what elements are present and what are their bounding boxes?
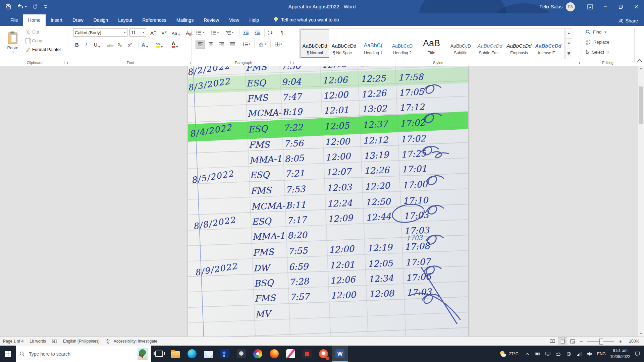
accessibility-status[interactable]: Accessibility: Investigate — [113, 337, 160, 346]
highlight-color-button[interactable]: ab — [156, 40, 163, 48]
undo-icon[interactable] — [17, 4, 27, 10]
sort-button[interactable]: AZ — [266, 28, 275, 37]
numbering-button[interactable]: 123 — [211, 28, 219, 37]
clear-formatting-button[interactable]: A — [186, 28, 189, 37]
tab-help[interactable]: Help — [244, 14, 264, 26]
shading-button[interactable] — [257, 40, 268, 48]
show-paragraph-marks-button[interactable]: ¶ — [278, 28, 286, 37]
clipboard-dialog-launcher-icon[interactable] — [64, 61, 67, 64]
styles-scroll-down-icon[interactable] — [566, 39, 572, 49]
justify-button[interactable] — [228, 40, 237, 48]
edge-browser-icon[interactable] — [184, 346, 200, 362]
style-intense-e[interactable]: AaBbCcDdIntense E... — [534, 29, 562, 58]
weather-widget[interactable]: 27°C — [498, 351, 520, 357]
style-subtle-em[interactable]: AaBbCcDdSubtle Em... — [476, 29, 504, 58]
tab-mailings[interactable]: Mailings — [171, 14, 199, 26]
align-center-button[interactable] — [207, 40, 215, 48]
shrink-font-button[interactable]: A — [162, 28, 164, 37]
taskbar-clock[interactable]: 9:51 am 10/08/2022 — [610, 348, 630, 360]
replace-button[interactable]: abac Replace — [586, 40, 609, 45]
page-indicator[interactable]: Page 1 of 4 — [0, 337, 26, 346]
word-app-icon[interactable]: W — [332, 346, 348, 362]
monitor-icon[interactable] — [545, 351, 551, 357]
tab-layout[interactable]: Layout — [113, 14, 137, 26]
decrease-indent-button[interactable] — [241, 28, 250, 37]
restore-button[interactable] — [613, 0, 629, 13]
bullets-button[interactable] — [196, 28, 205, 37]
undo-dropdown-icon[interactable] — [25, 6, 27, 7]
collapse-ribbon-icon[interactable] — [637, 59, 642, 64]
underline-button[interactable]: U — [94, 40, 100, 48]
tab-insert[interactable]: Insert — [46, 14, 67, 26]
paste-dropdown-icon[interactable] — [12, 52, 14, 53]
style-heading-2[interactable]: AaBbCcDHeading 2 — [388, 29, 417, 58]
red-dark-app-icon[interactable] — [299, 346, 315, 362]
speaker-icon[interactable] — [587, 351, 593, 357]
web-layout-icon[interactable] — [568, 338, 577, 345]
superscript-button[interactable]: x2 — [128, 40, 132, 48]
tab-home[interactable]: Home — [23, 14, 46, 26]
design-app-icon[interactable] — [282, 346, 299, 362]
taskbar-search[interactable] — [16, 346, 151, 362]
firefox-browser-icon[interactable] — [266, 346, 282, 362]
text-effects-button[interactable]: A — [142, 40, 148, 48]
vertical-scrollbar[interactable] — [638, 66, 644, 337]
word-count[interactable]: 18 words — [26, 337, 49, 346]
grow-font-button[interactable]: A — [150, 28, 154, 37]
tab-file[interactable]: File — [5, 14, 23, 26]
paste-button[interactable]: Paste — [3, 28, 23, 57]
multilevel-list-button[interactable] — [225, 28, 234, 37]
dark-app-icon[interactable] — [233, 346, 250, 362]
orange-round-app-icon[interactable] — [315, 346, 332, 362]
font-dialog-launcher-icon[interactable] — [187, 61, 190, 64]
scrollbar-thumb[interactable] — [639, 86, 643, 124]
language-indicator[interactable]: English (Philippines) — [60, 337, 103, 346]
share-button[interactable]: Share — [618, 18, 638, 23]
align-left-button[interactable] — [196, 40, 205, 48]
borders-button[interactable] — [273, 40, 284, 48]
language-switcher[interactable]: ENG — [597, 352, 606, 356]
network-bars-icon[interactable] — [576, 351, 582, 357]
tab-references[interactable]: References — [137, 14, 171, 26]
font-size-select[interactable]: 11 — [129, 28, 146, 37]
styles-scroll-up-icon[interactable] — [566, 28, 572, 39]
style-normal[interactable]: AaBbCcDd¶ Normal — [301, 29, 329, 58]
increase-indent-button[interactable] — [253, 28, 262, 37]
zoom-in-button[interactable]: + — [618, 339, 623, 344]
read-mode-icon[interactable] — [548, 338, 557, 345]
tab-review[interactable]: Review — [199, 14, 224, 26]
colorful-round-app-icon[interactable] — [250, 346, 266, 362]
tab-view[interactable]: View — [224, 14, 244, 26]
close-button[interactable] — [629, 0, 644, 13]
minimize-button[interactable] — [598, 0, 613, 13]
strikethrough-button[interactable]: abe — [107, 40, 113, 48]
zoom-slider-thumb[interactable] — [599, 339, 603, 345]
save-icon[interactable] — [5, 3, 11, 10]
cloud-icon[interactable] — [555, 351, 561, 357]
scroll-down-icon[interactable] — [638, 331, 644, 337]
action-center-icon[interactable] — [635, 351, 641, 357]
select-button[interactable]: Select — [586, 50, 609, 55]
task-view-icon[interactable] — [151, 346, 167, 362]
style-no-spac[interactable]: AaBbCcDd¶ No Spac... — [330, 29, 358, 58]
format-painter-button[interactable]: Format Painter — [25, 47, 61, 52]
chevron-up-icon[interactable] — [524, 351, 530, 357]
font-family-select[interactable]: Calibri (Body) — [73, 28, 127, 37]
dropbox-icon[interactable] — [217, 346, 233, 362]
tab-draw[interactable]: Draw — [67, 14, 89, 26]
avatar[interactable]: FS — [566, 2, 575, 11]
scroll-up-icon[interactable] — [638, 66, 644, 71]
search-highlight-tree-icon[interactable] — [138, 348, 148, 360]
style-title[interactable]: AaBTitle — [417, 29, 446, 58]
font-color-button[interactable]: A — [172, 40, 178, 48]
style-heading-1[interactable]: AaBbC(Heading 1 — [359, 29, 387, 58]
print-layout-icon[interactable] — [558, 338, 567, 345]
customize-quick-access-icon[interactable] — [44, 4, 48, 9]
paragraph-dialog-launcher-icon[interactable] — [290, 61, 293, 64]
style-subtitle[interactable]: AaBbCcDSubtitle — [446, 29, 475, 58]
styles-dialog-launcher-icon[interactable] — [576, 61, 579, 64]
battery-icon[interactable] — [535, 351, 541, 357]
document-canvas[interactable]: 8/2/2022FMS7:3612:1512:5017:208/3/2022ES… — [0, 66, 638, 337]
italic-button[interactable]: I — [85, 40, 87, 48]
proofing-icon[interactable] — [49, 337, 60, 346]
